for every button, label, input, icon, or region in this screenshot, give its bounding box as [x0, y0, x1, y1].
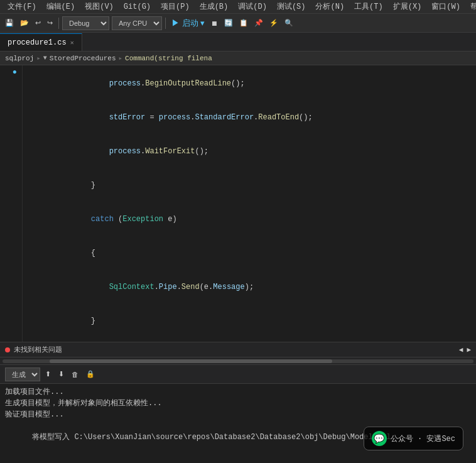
code-line-9: if (process.ExitCode == 0) — [28, 338, 471, 342]
output-source-dropdown[interactable]: 生成 — [5, 368, 40, 381]
output-btn-1[interactable]: ⬆ — [43, 367, 53, 382]
menu-project[interactable]: 项目(P) — [156, 0, 195, 13]
code-line-4: } — [28, 168, 471, 202]
save-button[interactable]: 💾 — [3, 16, 16, 31]
code-line-3: process.WaitForExit(); — [28, 134, 471, 168]
tab-procedure1-label: procedure1.cs — [8, 38, 67, 47]
toolbar-btn-1[interactable]: ⏹ — [208, 16, 220, 31]
menu-bar: 文件(F) 编辑(E) 视图(V) Git(G) 项目(P) 生成(B) 调试(… — [0, 0, 476, 14]
code-line-2: stdError = process.StandardError.ReadToE… — [28, 101, 471, 134]
output-btn-4[interactable]: 🔒 — [84, 367, 97, 382]
menu-edit[interactable]: 编辑(E) — [41, 0, 80, 13]
breadcrumb-sep-2: ▸ — [118, 54, 122, 62]
menu-help[interactable]: 帮助(H) — [465, 0, 476, 13]
separator-1 — [58, 18, 59, 29]
breadcrumb-bar: sqlproj ▸ ▼ StoredProcedures ▸ Command(s… — [0, 52, 476, 65]
output-line-5: Database2 -> C:\Users\XuanJian\source\re… — [5, 454, 471, 463]
code-line-8: } — [28, 304, 471, 338]
toolbar-btn-3[interactable]: 📋 — [237, 16, 251, 31]
nav-right[interactable]: ▶ — [467, 346, 471, 354]
output-content: 加载项目文件... 生成项目模型，并解析对象间的相互依赖性... 验证项目模型.… — [0, 384, 476, 463]
breadcrumb-member[interactable]: Command(string filena — [125, 55, 212, 62]
menu-window[interactable]: 窗口(W) — [426, 0, 465, 13]
tab-procedure1[interactable]: procedure1.cs ✕ — [0, 33, 82, 51]
code-area: ● process.Be — [0, 65, 476, 342]
menu-view[interactable]: 视图(V) — [80, 0, 119, 13]
redo-button[interactable]: ↪ — [45, 16, 55, 31]
watermark: 💬 公众号 · 安遇Sec — [364, 427, 463, 450]
toolbar-btn-5[interactable]: ⚡ — [267, 16, 281, 31]
code-editor[interactable]: process.BeginOutputReadLine(); stdError … — [23, 65, 476, 342]
undo-button[interactable]: ↩ — [33, 16, 43, 31]
code-line-7: SqlContext.Pipe.Send(e.Message); — [28, 270, 471, 304]
scroll-thumb[interactable] — [50, 359, 332, 363]
code-line-1: process.BeginOutputReadLine(); — [28, 67, 471, 101]
error-bar: 未找到相关问题 ◀ ▶ — [0, 342, 476, 357]
output-toolbar: 生成 ⬆ ⬇ 🗑 🔒 — [0, 365, 476, 384]
menu-file[interactable]: 文件(F) — [3, 0, 41, 13]
scroll-track[interactable] — [3, 359, 473, 363]
config-dropdown[interactable]: Debug Release — [62, 16, 109, 30]
output-line-3: 验证项目模型... — [5, 409, 471, 420]
menu-analyze[interactable]: 分析(N) — [310, 0, 349, 13]
start-button[interactable]: ▶ 启动 ▾ — [169, 16, 207, 31]
code-line-6: { — [28, 236, 471, 270]
watermark-label: 公众号 · 安遇Sec — [391, 433, 455, 444]
menu-extensions[interactable]: 扩展(X) — [388, 0, 427, 13]
platform-dropdown[interactable]: Any CPU — [112, 16, 162, 30]
breadcrumb-sep-1: ▸ — [36, 54, 41, 62]
toolbar-btn-4[interactable]: 📌 — [252, 16, 266, 31]
tab-procedure1-close[interactable]: ✕ — [70, 39, 74, 46]
code-line-5: catch (Exception e) — [28, 202, 471, 236]
open-button[interactable]: 📂 — [18, 16, 31, 31]
output-btn-2[interactable]: ⬇ — [56, 367, 67, 382]
line-numbers: ● — [0, 65, 23, 342]
toolbar-btn-6[interactable]: 🔍 — [282, 16, 296, 31]
toolbar-btn-2[interactable]: 🔄 — [222, 16, 235, 31]
menu-build[interactable]: 生成(B) — [195, 0, 234, 13]
menu-tools[interactable]: 工具(T) — [349, 0, 388, 13]
error-text: 未找到相关问题 — [14, 345, 62, 354]
breadcrumb-project[interactable]: sqlproj — [5, 55, 34, 62]
output-line-2: 生成项目模型，并解析对象间的相互依赖性... — [5, 398, 471, 409]
menu-test[interactable]: 测试(S) — [272, 0, 311, 13]
output-btn-3[interactable]: 🗑 — [69, 367, 81, 382]
wechat-icon: 💬 — [372, 431, 387, 446]
separator-2 — [165, 18, 166, 29]
error-dot — [5, 347, 10, 352]
breadcrumb-file[interactable]: StoredProcedures — [50, 55, 116, 62]
nav-left[interactable]: ◀ — [459, 346, 463, 354]
tab-bar: procedure1.cs ✕ — [0, 33, 476, 52]
breadcrumb-dropdown: ▼ — [43, 55, 47, 62]
output-line-1: 加载项目文件... — [5, 386, 471, 398]
menu-debug[interactable]: 调试(D) — [233, 0, 272, 13]
menu-git[interactable]: Git(G) — [119, 1, 156, 13]
toolbar: 💾 📂 ↩ ↪ Debug Release Any CPU ▶ 启动 ▾ ⏹ 🔄… — [0, 14, 476, 33]
horizontal-scrollbar[interactable] — [0, 357, 476, 364]
